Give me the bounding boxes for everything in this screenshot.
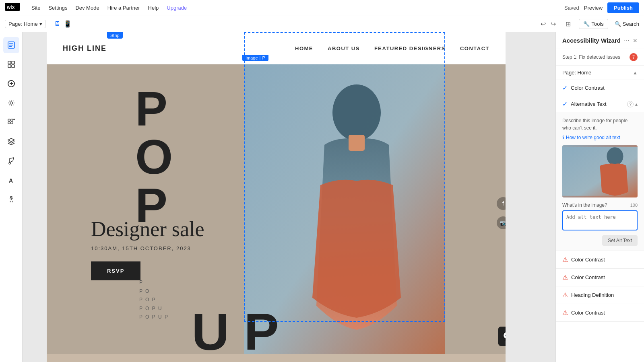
svg-point-25 [607, 147, 623, 165]
search-button[interactable]: 🔍 Search [615, 21, 639, 27]
menu-help[interactable]: Help [148, 5, 159, 11]
menu-devmode[interactable]: Dev Mode [75, 5, 99, 11]
more-icon[interactable]: ⋯ [624, 37, 630, 44]
svg-rect-16 [8, 122, 10, 124]
sidebar-icon-paint[interactable] [3, 153, 19, 169]
color-contrast-2-section[interactable]: ⚠ Color Contrast [556, 251, 644, 269]
sidebar-icon-pages[interactable] [3, 37, 19, 53]
sidebar-icon-add[interactable] [3, 76, 19, 92]
color-contrast-4-label: Color Contrast [571, 310, 605, 316]
alt-description: Describe this image for people who can't… [562, 117, 638, 132]
nav-featured[interactable]: FEATURED DESIGNERS [374, 45, 446, 51]
right-panel: Accessibility Wizard ⋯ ✕ Step 1: Fix det… [555, 32, 644, 362]
sidebar-icon-elements[interactable] [3, 56, 19, 72]
color-contrast-4-section[interactable]: ⚠ Color Contrast [556, 304, 644, 322]
what-in-image-row: What's in the image? 100 [562, 202, 638, 208]
svg-point-20 [10, 196, 12, 198]
main-area: A Strip Image | P HIGH LINE HOME ABOUT U… [0, 32, 644, 362]
heading-definition-label: Heading Definition [571, 292, 614, 298]
nav-about[interactable]: ABOUT US [328, 45, 360, 51]
toolbar-right: ↩ ↪ ⊞ 🔧 Tools 🔍 Search [539, 19, 639, 29]
info-icon: ℹ [562, 135, 564, 140]
undo-button[interactable]: ↩ [539, 19, 547, 29]
nav-home[interactable]: HOME [295, 45, 313, 51]
svg-rect-7 [12, 61, 14, 64]
step-badge: 7 [630, 53, 638, 61]
menu-site[interactable]: Site [31, 5, 40, 11]
preview-button[interactable]: Preview [584, 5, 603, 11]
redo-button[interactable]: ↪ [549, 19, 557, 29]
close-icon[interactable]: ✕ [633, 37, 638, 44]
what-in-image-label: What's in the image? [562, 202, 607, 208]
alt-text-section-header[interactable]: ✓ Alternative Text ? ▴ [556, 96, 644, 112]
grid-icon-button[interactable]: ⊞ [564, 19, 572, 29]
tools-icon: 🔧 [583, 21, 590, 27]
svg-rect-14 [8, 119, 10, 121]
facebook-icon[interactable]: f [497, 197, 506, 210]
color-contrast-2-label: Color Contrast [571, 257, 605, 263]
publish-button[interactable]: Publish [607, 2, 639, 13]
color-contrast-3-section[interactable]: ⚠ Color Contrast [556, 269, 644, 286]
svg-rect-4 [9, 45, 13, 46]
page-label: Page: [8, 21, 22, 27]
page-section[interactable]: Page: Home ▲ [556, 66, 644, 80]
help-icon-alt[interactable]: ? [627, 101, 634, 107]
menu-upgrade[interactable]: Upgrade [167, 5, 187, 11]
search-label: Search [623, 21, 639, 27]
svg-point-13 [10, 102, 12, 104]
undo-redo: ↩ ↪ [539, 19, 557, 29]
tools-label: Tools [591, 21, 603, 27]
check-icon-1: ✓ [562, 84, 568, 92]
page-section-title: Page: Home [562, 70, 591, 76]
left-sidebar: A [0, 32, 23, 362]
svg-rect-3 [9, 43, 13, 44]
svg-point-22 [332, 84, 381, 141]
alt-text-header[interactable]: ✓ Alternative Text ? ▴ [562, 100, 638, 108]
second-toolbar: Page: Home ▾ 🖥 📱 ↩ ↪ ⊞ 🔧 Tools 🔍 Search [0, 16, 644, 32]
page-selector[interactable]: Page: Home ▾ [5, 20, 46, 28]
site-logo: HIGH LINE [63, 44, 107, 53]
heading-definition-section[interactable]: ⚠ Heading Definition [556, 286, 644, 304]
up-text: U P [192, 310, 279, 354]
panel-title: Accessibility Wizard [562, 37, 621, 44]
search-icon: 🔍 [615, 21, 621, 27]
page-section-header[interactable]: Page: Home ▲ [562, 70, 638, 76]
instagram-icon[interactable]: 📷 [497, 216, 506, 229]
strip-label: Strip [107, 32, 123, 39]
website-canvas: HIGH LINE HOME ABOUT US FEATURED DESIGNE… [47, 32, 506, 362]
color-contrast-2-row: ⚠ Color Contrast [562, 256, 638, 263]
nav-contact[interactable]: CONTACT [460, 45, 489, 51]
top-menubar: wix Site Settings Dev Mode Hire a Partne… [0, 0, 644, 16]
tools-button[interactable]: 🔧 Tools [579, 19, 608, 29]
device-icons: 🖥 📱 [54, 20, 72, 28]
how-to-link[interactable]: ℹ How to write good alt text [562, 135, 638, 140]
sidebar-icon-themes[interactable] [3, 95, 19, 111]
sidebar-icon-text[interactable]: A [3, 172, 19, 188]
color-contrast-4-row: ⚠ Color Contrast [562, 309, 638, 317]
char-count: 100 [630, 203, 638, 208]
rsvp-button[interactable]: RSVP [91, 261, 140, 280]
mobile-icon[interactable]: 📱 [64, 20, 72, 28]
alt-text-expanded: Describe this image for people who can't… [556, 112, 644, 251]
color-contrast-1-header[interactable]: ✓ Color Contrast [562, 84, 638, 92]
menu-hire[interactable]: Hire a Partner [107, 5, 140, 11]
color-contrast-1-row: ✓ Color Contrast [562, 84, 605, 92]
sidebar-icon-layers[interactable] [3, 134, 19, 150]
how-to-label: How to write good alt text [566, 135, 620, 140]
topbar-right: Saved Preview Publish [564, 2, 639, 13]
sidebar-icon-apps[interactable] [3, 114, 19, 130]
chat-button[interactable]: 💬 [498, 327, 506, 346]
sidebar-icon-accessibility[interactable] [3, 191, 19, 208]
svg-rect-17 [11, 122, 13, 124]
social-icons: f 📷 [497, 197, 506, 229]
alt-text-input[interactable] [562, 210, 638, 230]
desktop-icon[interactable]: 🖥 [54, 20, 60, 28]
page-name: Home [24, 21, 38, 27]
panel-header: Accessibility Wizard ⋯ ✕ [556, 32, 644, 49]
chevron-up-icon: ▲ [633, 70, 638, 76]
color-contrast-1-section[interactable]: ✓ Color Contrast [556, 80, 644, 96]
menu-settings[interactable]: Settings [48, 5, 67, 11]
svg-text:A: A [9, 177, 13, 184]
set-alt-button[interactable]: Set Alt Text [602, 235, 638, 246]
svg-rect-5 [9, 46, 12, 47]
